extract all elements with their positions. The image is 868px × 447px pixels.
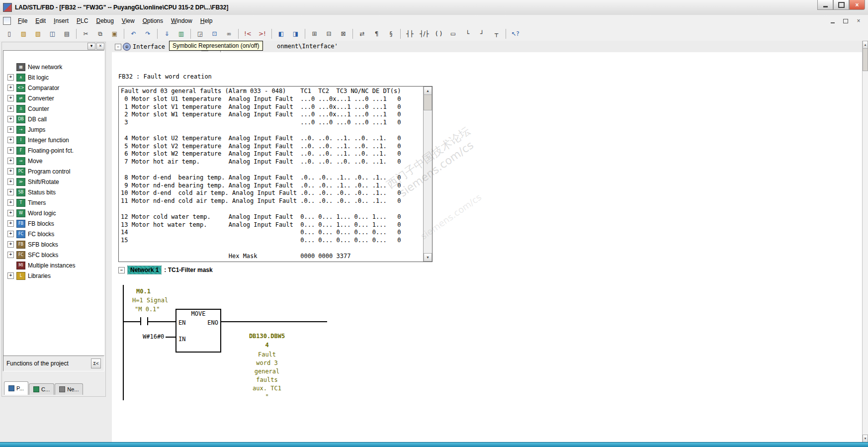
tree-item-comparator[interactable]: +<>Comparator — [3, 83, 104, 93]
insert-connector-button[interactable]: ┬ — [490, 28, 503, 40]
symbol-address-priority-button[interactable]: ⇄ — [355, 28, 369, 40]
interface-label[interactable]: Interface — [133, 43, 165, 50]
scroll-thumb[interactable] — [863, 48, 868, 71]
insert-empty-box-button[interactable]: ▭ — [446, 28, 460, 40]
overview-toggle-button[interactable]: Σ< — [91, 358, 101, 368]
tree-item-new-network[interactable]: ▦New network — [3, 62, 104, 72]
menu-window[interactable]: Window — [167, 16, 196, 26]
maximize-button[interactable] — [833, 0, 849, 10]
menu-view[interactable]: View — [118, 16, 139, 26]
symbol-information-button[interactable]: ¶ — [370, 28, 383, 40]
expand-icon[interactable]: + — [7, 210, 14, 216]
expand-icon[interactable]: + — [7, 137, 14, 143]
contact-icon[interactable] — [147, 317, 148, 325]
out-operand[interactable]: DB130.DBW5 — [237, 333, 297, 340]
network-title[interactable]: : TC1-Filter mask — [164, 267, 212, 273]
tree-item-jumps[interactable]: +→Jumps — [3, 124, 104, 135]
insert-contact-no-button[interactable]: ┤├ — [403, 28, 417, 40]
expand-icon[interactable]: + — [7, 179, 14, 185]
append-network-button[interactable]: ⊟ — [322, 28, 336, 40]
tree-item-word-logic[interactable]: +WWord logic — [3, 208, 104, 218]
context-help-button[interactable]: ↖? — [509, 28, 522, 40]
move-box[interactable]: MOVE EN ENO IN — [175, 309, 221, 353]
pane-tab-ne[interactable]: Ne... — [55, 383, 83, 395]
expand-icon[interactable]: + — [7, 272, 14, 279]
copy-button[interactable]: ⧉ — [93, 28, 107, 40]
scroll-down-button[interactable]: ▼ — [863, 435, 868, 443]
comment-scrollbar[interactable]: ▲ ▼ — [423, 87, 432, 262]
open-branch-button[interactable]: └ — [461, 28, 474, 40]
view-diagram-button[interactable]: ◧ — [274, 28, 288, 40]
expand-icon[interactable]: + — [7, 241, 14, 248]
expand-icon[interactable]: + — [7, 105, 14, 112]
new-network-button[interactable]: ⊞ — [308, 28, 321, 40]
tree-item-status-bits[interactable]: +SBStatus bits — [3, 187, 104, 197]
zoom-device-button[interactable]: ◲ — [193, 28, 207, 40]
scroll-up-button[interactable]: ▲ — [424, 87, 432, 95]
monitor-variables-button[interactable]: ▥ — [174, 28, 188, 40]
menu-options[interactable]: Options — [139, 16, 167, 26]
insert-coil-button[interactable]: ( ) — [432, 28, 445, 40]
interface-collapse-icon[interactable]: − — [115, 44, 121, 50]
active-document-icon[interactable] — [3, 17, 11, 25]
menu-edit[interactable]: Edit — [31, 16, 50, 26]
print-button[interactable]: ▤ — [60, 28, 74, 40]
expand-icon[interactable]: + — [7, 158, 14, 164]
symbol-selection-button[interactable]: § — [384, 28, 398, 40]
open-button[interactable]: ▨ — [17, 28, 30, 40]
tree-item-counter[interactable]: +±Counter — [3, 103, 104, 114]
tree-item-bit-logic[interactable]: +∧Bit logic — [3, 72, 104, 83]
menu-help[interactable]: Help — [196, 16, 217, 26]
tree-item-sfc-blocks[interactable]: +FCSFC blocks — [3, 250, 104, 260]
contact-icon[interactable] — [140, 317, 141, 325]
tree-item-libraries[interactable]: +LLibraries — [3, 270, 104, 281]
expand-icon[interactable]: + — [7, 168, 14, 175]
expand-icon[interactable]: + — [7, 252, 14, 258]
monitor-on-off-button[interactable]: ∞ — [222, 28, 236, 40]
tree-item-fc-blocks[interactable]: +FCFC blocks — [3, 229, 104, 239]
mdi-restore-button[interactable] — [841, 17, 850, 25]
tree-item-converter[interactable]: +⇄Converter — [3, 93, 104, 103]
pane-tab-c[interactable]: C... — [29, 383, 54, 395]
scroll-down-button[interactable]: ▼ — [424, 253, 432, 262]
mdi-minimize-button[interactable] — [828, 17, 837, 25]
tree-item-sfb-blocks[interactable]: +FBSFB blocks — [3, 239, 104, 250]
expand-icon[interactable]: + — [7, 116, 14, 122]
menu-insert[interactable]: Insert — [50, 16, 73, 26]
pane-close-button[interactable]: × — [96, 43, 104, 50]
tree-item-multiple-instances[interactable]: MIMultiple instances — [3, 260, 104, 270]
expand-icon[interactable]: + — [7, 220, 14, 227]
tree-item-fb-blocks[interactable]: +FBFB blocks — [3, 218, 104, 229]
expand-icon[interactable]: + — [7, 199, 14, 206]
editor-scrollbar[interactable]: ▲ ▼ — [862, 41, 868, 443]
expand-icon[interactable]: + — [7, 126, 14, 133]
in-operand[interactable]: W#16#0 — [143, 333, 164, 340]
undo-button[interactable]: ↶ — [127, 28, 140, 40]
expand-icon[interactable]: + — [7, 231, 14, 237]
tree-item-db-call[interactable]: +DBDB call — [3, 114, 104, 124]
minimize-button[interactable] — [817, 0, 833, 10]
pane-dock-button[interactable]: ▾ — [87, 43, 95, 50]
delete-network-button[interactable]: ⊠ — [337, 28, 350, 40]
menu-file[interactable]: File — [14, 16, 31, 26]
tree-item-floating-point-fct[interactable]: +FFloating-point fct. — [3, 145, 104, 156]
block-comment[interactable]: Fault word 03 general faults (Alarm 033 … — [118, 86, 433, 262]
view-overview-button[interactable]: ◨ — [289, 28, 302, 40]
redo-button[interactable]: ↷ — [141, 28, 155, 40]
menu-plc[interactable]: PLC — [73, 16, 92, 26]
tree-item-shift-rotate[interactable]: +≫Shift/Rotate — [3, 177, 104, 187]
contact-operand[interactable]: "M 0.1" — [135, 306, 160, 313]
tree-item-timers[interactable]: +TTimers — [3, 197, 104, 208]
contact-symbol[interactable]: M0.1 — [136, 288, 151, 295]
open-online-button[interactable]: ▧ — [31, 28, 45, 40]
scroll-up-button[interactable]: ▲ — [863, 41, 868, 49]
expand-icon[interactable]: + — [7, 95, 14, 101]
new-button[interactable]: ▯ — [2, 28, 16, 40]
previous-error-button[interactable]: !< — [241, 28, 255, 40]
next-error-button[interactable]: >! — [256, 28, 269, 40]
paste-button[interactable]: ▣ — [108, 28, 121, 40]
tree-item-integer-function[interactable]: +IInteger function — [3, 135, 104, 145]
expand-icon[interactable]: + — [7, 147, 14, 154]
symbolic-representation-button[interactable]: ⊡ — [208, 28, 221, 40]
download-button[interactable]: ⇓ — [160, 28, 174, 40]
